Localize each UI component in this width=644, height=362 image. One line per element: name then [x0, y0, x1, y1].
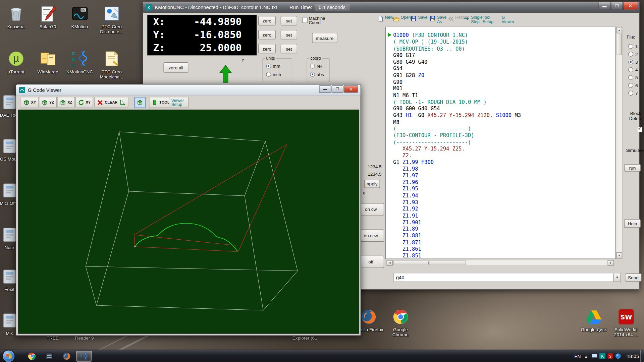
minimize-button[interactable]: ▬ [598, 2, 610, 10]
show-desktop-button[interactable] [640, 350, 644, 362]
hscroll-thumb[interactable] [393, 261, 466, 265]
view-xz-button[interactable]: XZ [57, 97, 74, 108]
help-button[interactable]: Help [624, 219, 641, 228]
start-button[interactable] [3, 351, 15, 362]
viewer-viewport[interactable] [18, 110, 359, 334]
kmotion-tray-icon[interactable]: K [599, 353, 606, 359]
scroll-right-button[interactable]: ► [607, 260, 614, 265]
rotate-xy-button[interactable]: XY [75, 97, 93, 108]
file-radio-label: 4 [635, 67, 638, 72]
view-xy-button[interactable]: XY [21, 97, 39, 108]
file-radio-3[interactable]: 3 [628, 59, 638, 65]
zero-all-button[interactable]: zero all [163, 62, 188, 73]
splan-icon [38, 4, 57, 23]
zero-x-button[interactable]: zero [258, 16, 276, 25]
file-radio-6[interactable]: 6 [628, 82, 638, 88]
svg-text:C: C [72, 62, 75, 68]
restart-icon [448, 16, 454, 22]
desktop-icon[interactable]: SWSolidWorks 2014 x64 ... [610, 307, 642, 337]
coord-abs-radio[interactable]: abs [310, 72, 324, 77]
close-button[interactable]: ✕ [623, 2, 637, 10]
radio-label: inch [273, 72, 281, 77]
gcode-line: G54 [393, 65, 521, 72]
mdi-input[interactable] [394, 274, 613, 282]
taskbar-firefox-button[interactable] [59, 351, 74, 362]
blue-badge-icon[interactable] [615, 353, 622, 359]
desktop-icon[interactable]: WinMerge [32, 48, 64, 74]
taskbar-chrome-button[interactable] [24, 351, 40, 362]
vscroll-thumb[interactable] [617, 34, 622, 55]
minimize-button[interactable]: ▬ [319, 85, 331, 93]
zero-y-button[interactable]: zero [258, 30, 276, 39]
spindle-on-cw-button[interactable]: on cw [358, 203, 384, 216]
file-select-group: 1234567 [628, 44, 640, 99]
gcode-hscrollbar[interactable]: ◄ ► [386, 260, 614, 266]
clear-button[interactable]: CLEAR [94, 97, 120, 108]
file-radio-1[interactable]: 1 [628, 44, 638, 49]
gcode-line: O1000 (F3D_CONTOUR 1.NC) [393, 32, 521, 39]
g-viewer-button[interactable]: G Viewer [502, 16, 517, 24]
spindle-off-button[interactable]: off [358, 256, 384, 268]
scroll-up-button[interactable]: ▲ [616, 27, 622, 33]
desktop-icon[interactable]: PTC Creo Modelche... [96, 48, 127, 79]
new-button[interactable]: New [377, 16, 393, 22]
axes-button[interactable]: YX [117, 97, 128, 108]
view-yz-button[interactable]: YZ [39, 97, 56, 108]
block-delete-checkbox[interactable] [637, 127, 643, 132]
taskbar-kmotioncnc-button[interactable]: CNC [76, 351, 92, 362]
taskbar-explorer-button[interactable] [41, 351, 57, 362]
maximize-button[interactable]: ❐ [331, 85, 343, 93]
desktop-icon[interactable]: µµTorrent [0, 48, 32, 74]
viewer-titlebar[interactable]: G Code Viewer ▬ ❐ ✕ [16, 84, 361, 96]
zero-z-button[interactable]: zero [258, 44, 276, 53]
send-button[interactable]: Send [625, 274, 641, 282]
clock[interactable]: 18:05 [627, 353, 639, 359]
scroll-left-button[interactable]: ◄ [386, 260, 393, 265]
maximize-button[interactable]: ❐ [611, 2, 623, 10]
save-button[interactable]: Save [411, 16, 427, 22]
dro-y-label: Y: [153, 29, 165, 42]
close-button[interactable]: ✕ [344, 85, 358, 93]
apply-button[interactable]: apply [364, 180, 380, 188]
desktop-icon-label: Google Chrome [384, 327, 416, 337]
display-icon[interactable] [591, 353, 598, 359]
open-button[interactable]: Open [393, 16, 411, 22]
gcode-line: Z1.93 [393, 199, 521, 206]
main-titlebar[interactable]: K KMotionCNC - Disconnected - D:\F3D_con… [143, 2, 639, 13]
coord-rel-radio[interactable]: rel [310, 64, 322, 69]
desktop-icon[interactable]: Корзина [0, 3, 32, 29]
set-x-button[interactable]: set [281, 16, 297, 25]
coord-legend: coord [309, 56, 322, 60]
mdi-combobox[interactable]: ▼ [393, 273, 621, 282]
tray-expand-button[interactable]: ▲ [584, 354, 588, 358]
tool-setup-button[interactable]: Tool Setup [483, 16, 497, 24]
file-radio-4[interactable]: 4 [628, 67, 638, 73]
file-radio-2[interactable]: 2 [628, 51, 638, 57]
red-badge-icon[interactable]: S [607, 353, 613, 359]
jog-y-plus-arrow[interactable] [219, 64, 232, 83]
measure-button[interactable]: measure [312, 33, 337, 43]
desktop-icon[interactable]: Splan70 [32, 3, 64, 29]
machine-coord-checkbox[interactable] [302, 18, 308, 23]
spindle-value-2: 1234.5 [363, 172, 381, 177]
units-mm-radio[interactable]: mm [266, 64, 280, 69]
mdi-dropdown-button[interactable]: ▼ [613, 274, 621, 282]
desktop-icon[interactable]: DMKMotion [64, 3, 96, 29]
wireframe-toggle-button[interactable] [134, 97, 146, 108]
desktop-icon[interactable]: CNCKMotionCNC [64, 48, 96, 74]
units-inch-radio[interactable]: inch [266, 72, 281, 77]
scroll-down-button[interactable]: ▼ [616, 252, 622, 258]
viewer-setup-button[interactable]: Viewer Setup [169, 97, 189, 108]
set-z-button[interactable]: set [281, 44, 297, 53]
file-radio-7[interactable]: 7 [628, 90, 638, 96]
run-button[interactable]: run [624, 164, 641, 172]
language-indicator[interactable]: EN [574, 354, 581, 359]
desktop-icon[interactable]: Google Диск [578, 307, 610, 332]
file-radio-5[interactable]: 5 [628, 75, 638, 80]
spindle-on-ccw-button[interactable]: on ccw [358, 229, 384, 242]
desktop-icon[interactable]: Google Chrome [384, 307, 416, 337]
set-y-button[interactable]: set [281, 30, 297, 39]
desktop-icon[interactable]: PTC Creo Distribute... [96, 3, 127, 34]
gcode-editor[interactable]: O1000 (F3D_CONTOUR 1.NC)( MCV-OP ) (19-J… [385, 27, 616, 259]
gcode-vscrollbar[interactable]: ▲ ▼ [616, 27, 623, 259]
